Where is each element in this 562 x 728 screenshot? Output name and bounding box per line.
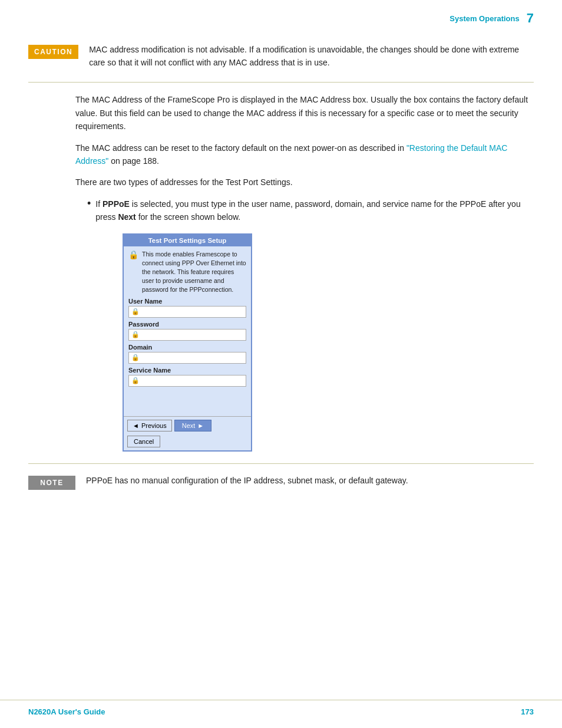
section-title: System Operations: [449, 14, 520, 23]
bullet-list: • If PPPoE is selected, you must type in…: [28, 197, 534, 224]
paragraph-3: There are two types of addresses for the…: [28, 176, 534, 189]
field-label-username: User Name: [128, 298, 246, 305]
paragraph-2: The MAC address can be reset to the fact…: [28, 141, 534, 168]
device-footer-row1: ◄ Previous Next ►: [127, 420, 247, 431]
device-body: 🔒 This mode enables Framescope to connec…: [124, 246, 251, 416]
device-spacer: [128, 389, 246, 413]
field-input-domain[interactable]: 🔒: [128, 352, 246, 364]
servicename-icon: 🔒: [131, 377, 140, 384]
caution-text: MAC address modification is not advisabl…: [89, 44, 534, 69]
bullet-dot: •: [87, 197, 91, 210]
device-info-row: 🔒 This mode enables Framescope to connec…: [128, 250, 246, 295]
content-area: CAUTION MAC address modification is not …: [0, 32, 562, 512]
previous-arrow-icon: ◄: [133, 422, 139, 429]
page-container: System Operations 7 CAUTION MAC address …: [0, 0, 562, 728]
domain-icon: 🔒: [131, 354, 140, 361]
device-footer-row2: Cancel: [127, 433, 247, 447]
next-button[interactable]: Next ►: [174, 420, 212, 431]
device-info-icon: 🔒: [128, 250, 138, 259]
bullet-text: If PPPoE is selected, you must type in t…: [95, 197, 534, 224]
cancel-button[interactable]: Cancel: [127, 436, 160, 447]
note-text: PPPoE has no manual configuration of the…: [86, 475, 408, 487]
device-screenshot: Test Port Settings Setup 🔒 This mode ena…: [123, 233, 252, 452]
footer-guide: N2620A User's Guide: [28, 707, 105, 716]
password-icon: 🔒: [131, 331, 140, 338]
caution-badge: CAUTION: [28, 45, 78, 59]
field-input-password[interactable]: 🔒: [128, 329, 246, 341]
next-bold: Next: [118, 212, 135, 222]
field-label-servicename: Service Name: [128, 367, 246, 374]
previous-button[interactable]: ◄ Previous: [127, 420, 172, 431]
device-info-text: This mode enables Framescope to connect …: [142, 250, 246, 295]
page-header: System Operations 7: [0, 0, 562, 32]
note-badge: NOTE: [28, 476, 75, 490]
next-arrow-icon: ►: [197, 422, 204, 429]
device-footer: ◄ Previous Next ► Cancel: [124, 416, 251, 450]
paragraph-1: The MAC Address of the FrameScope Pro is…: [28, 93, 534, 133]
username-icon: 🔒: [131, 308, 140, 315]
page-footer: N2620A User's Guide 173: [0, 700, 562, 716]
field-input-username[interactable]: 🔒: [128, 306, 246, 318]
pppoe-bold: PPPoE: [103, 199, 130, 209]
header-page-number: 7: [527, 11, 534, 26]
note-block: NOTE PPPoE has no manual configuration o…: [28, 475, 534, 490]
bullet-item-pppoe: • If PPPoE is selected, you must type in…: [87, 197, 534, 224]
divider-1: [28, 82, 534, 83]
field-input-servicename[interactable]: 🔒: [128, 375, 246, 387]
field-label-password: Password: [128, 321, 246, 328]
field-label-domain: Domain: [128, 344, 246, 351]
device-title-bar: Test Port Settings Setup: [124, 235, 251, 246]
footer-page-number: 173: [521, 707, 534, 716]
divider-2: [28, 463, 534, 464]
caution-block: CAUTION MAC address modification is not …: [28, 44, 534, 69]
